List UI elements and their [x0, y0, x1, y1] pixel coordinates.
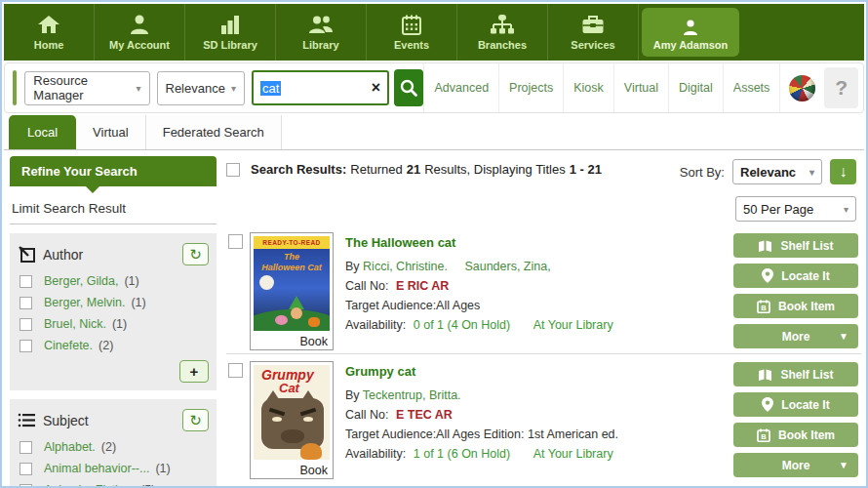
clear-search-icon[interactable]: ×: [372, 80, 380, 96]
facet-item[interactable]: Cinefete. (2): [20, 339, 207, 352]
facet-item[interactable]: Animals--Fiction. (5): [20, 483, 207, 488]
results-panel: Search Results: Returned 21 Results, Dis…: [226, 156, 861, 486]
facet-checkbox[interactable]: [20, 441, 32, 454]
facet-checkbox[interactable]: [20, 318, 32, 331]
more-button[interactable]: More ▼: [733, 324, 858, 348]
facet-group-subject: Subject ↻ Alphabet. (2) Animal behavior-…: [10, 399, 217, 488]
help-button[interactable]: ?: [824, 67, 858, 108]
locate-it-button[interactable]: Locate It: [733, 264, 858, 288]
top-navigation: Home My Account SD Library Library Event…: [4, 4, 864, 61]
tab-virtual[interactable]: Virtual: [76, 115, 146, 149]
author-link[interactable]: Teckentrup, Britta.: [363, 388, 461, 402]
search-relevance-select[interactable]: Relevance ▾: [157, 71, 245, 105]
nav-item-sd-library[interactable]: SD Library: [185, 4, 276, 61]
shelf-list-button[interactable]: Shelf List: [733, 362, 858, 386]
availability-value: 1 of 1 (6 On Hold): [414, 447, 510, 461]
active-user-tile: Amy Adamson: [642, 8, 739, 57]
nav-item-branches[interactable]: Branches: [457, 4, 548, 61]
nav-label: Library: [302, 39, 338, 51]
nav-item-library[interactable]: Library: [276, 4, 367, 61]
svg-text:B: B: [761, 304, 767, 312]
facet-group-title: Subject: [43, 413, 89, 428]
search-icon: [399, 78, 418, 98]
more-button[interactable]: More ▼: [733, 453, 858, 477]
facet-item[interactable]: Animal behavior--... (1): [20, 462, 207, 475]
facet-checkbox[interactable]: [20, 340, 32, 352]
search-target-select[interactable]: Resource Manager ▾: [24, 71, 149, 105]
refresh-icon[interactable]: ↻: [182, 409, 209, 431]
target-audience: Target Audience:All Ages: [345, 296, 613, 315]
facet-group-header: Author ↻: [18, 243, 209, 265]
result-row-halloween-cat: READY-TO-READ The Halloween Cat Book The…: [226, 232, 861, 353]
expand-facet-button[interactable]: +: [179, 360, 209, 383]
tab-local[interactable]: Local: [9, 115, 76, 149]
svg-text:B: B: [761, 432, 767, 441]
booking-calendar-icon: B: [757, 300, 770, 313]
link-virtual[interactable]: Virtual: [613, 63, 668, 112]
location-link[interactable]: At Your Library: [533, 447, 613, 461]
nav-item-events[interactable]: Events: [367, 4, 457, 61]
sort-direction-button[interactable]: ↓: [830, 159, 856, 184]
result-details: The Halloween cat By Ricci, Christine. S…: [345, 232, 613, 353]
nav-item-services[interactable]: Services: [548, 4, 639, 61]
nav-item-my-account[interactable]: My Account: [95, 4, 185, 61]
result-title-link[interactable]: Grumpy cat: [345, 362, 618, 383]
facet-item[interactable]: Berger, Melvin. (1): [20, 296, 207, 309]
result-tabs: Local Virtual Federated Search: [4, 115, 864, 150]
facet-more-row: +: [18, 360, 209, 383]
location-link[interactable]: At Your Library: [533, 318, 613, 332]
bar-chart-icon: [219, 14, 241, 35]
target-audience: Target Audience:All Ages Edition: 1st Am…: [345, 425, 618, 444]
language-globe-icon[interactable]: [789, 75, 815, 102]
facet-checkbox[interactable]: [20, 275, 32, 288]
facet-item[interactable]: Alphabet. (2): [20, 440, 207, 454]
link-projects[interactable]: Projects: [498, 63, 563, 112]
facet-item[interactable]: Berger, Gilda, (1): [20, 274, 207, 288]
link-digital[interactable]: Digital: [668, 63, 723, 112]
limit-search-result-label: Limit Search Result: [10, 199, 217, 224]
refine-sidebar: Refine Your Search Limit Search Result A…: [10, 156, 217, 488]
tab-federated-search[interactable]: Federated Search: [146, 115, 282, 149]
book-cover[interactable]: READY-TO-READ The Halloween Cat Book: [250, 232, 334, 350]
facet-checkbox[interactable]: [20, 297, 32, 309]
facet-checkbox[interactable]: [20, 484, 32, 488]
result-checkbox[interactable]: [228, 363, 243, 378]
quick-links: Advanced Projects Kiosk Virtual Digital …: [423, 63, 780, 112]
user-icon: [682, 15, 699, 36]
select-all-checkbox[interactable]: [226, 163, 240, 177]
call-number: E TEC AR: [396, 408, 453, 422]
facet-item[interactable]: Bruel, Nick. (1): [20, 317, 207, 331]
book-item-button[interactable]: B Book Item: [733, 423, 858, 447]
locate-it-button[interactable]: Locate It: [733, 392, 858, 417]
book-item-button[interactable]: B Book Item: [733, 294, 858, 318]
sort-select[interactable]: Relevanc ▾: [732, 159, 822, 184]
search-target-value: Resource Manager: [33, 73, 130, 102]
availability-value: 0 of 1 (4 On Hold): [414, 318, 510, 332]
shelf-list-button[interactable]: Shelf List: [733, 233, 858, 258]
facet-checkbox[interactable]: [20, 463, 32, 475]
chevron-down-icon: ▼: [839, 460, 848, 470]
nav-item-user-account[interactable]: Amy Adamson: [639, 4, 742, 61]
nav-item-home[interactable]: Home: [4, 4, 95, 61]
cover-art-grumpy-cat: Grumpy Cat: [254, 365, 330, 460]
list-icon: [18, 412, 36, 428]
search-input[interactable]: cat ×: [252, 70, 389, 105]
result-title-link[interactable]: The Halloween cat: [345, 233, 613, 254]
result-row-grumpy-cat: Grumpy Cat Book Grumpy cat By: [226, 361, 861, 482]
nav-label: Services: [571, 39, 614, 51]
search-button[interactable]: [394, 69, 423, 106]
link-advanced[interactable]: Advanced: [423, 63, 498, 112]
link-assets[interactable]: Assets: [723, 63, 781, 112]
refine-header-pointer: [86, 186, 99, 193]
map-pin-icon: [762, 397, 773, 412]
book-cover[interactable]: Grumpy Cat Book: [250, 361, 334, 479]
author-link[interactable]: Ricci, Christine.: [363, 260, 448, 273]
author-link[interactable]: Saunders, Zina,: [464, 260, 550, 273]
link-kiosk[interactable]: Kiosk: [563, 63, 613, 112]
search-relevance-value: Relevance: [166, 81, 225, 96]
refresh-icon[interactable]: ↻: [182, 243, 209, 265]
chevron-down-icon: ▾: [809, 167, 814, 178]
per-page-select[interactable]: 50 Per Page ▾: [735, 196, 856, 222]
branches-icon: [490, 14, 515, 35]
result-checkbox[interactable]: [228, 234, 243, 249]
